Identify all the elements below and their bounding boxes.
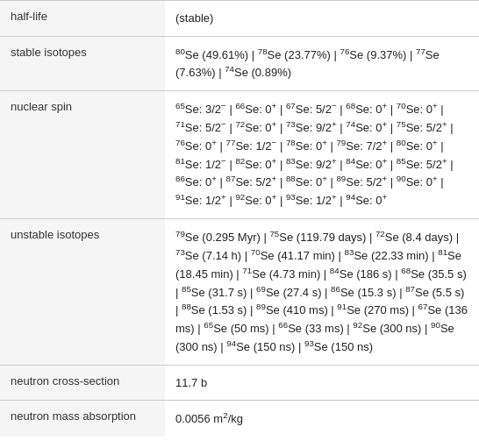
table-row: nuclear spin65Se: 3/2− | 66Se: 0+ | 67Se…	[0, 91, 479, 219]
row-label: neutron mass absorption	[0, 401, 165, 437]
row-label: neutron cross-section	[0, 365, 165, 401]
table-row: neutron mass absorption0.0056 m2/kg	[0, 401, 479, 437]
table-row: half-life(stable)	[0, 1, 479, 37]
row-value: 65Se: 3/2− | 66Se: 0+ | 67Se: 5/2− | 68S…	[165, 91, 479, 219]
row-value: 11.7 b	[165, 365, 479, 401]
row-value: 79Se (0.295 Myr) | 75Se (119.79 days) | …	[165, 219, 479, 366]
row-label: stable isotopes	[0, 36, 165, 91]
row-label: half-life	[0, 1, 165, 37]
row-value: 80Se (49.61%) | 78Se (23.77%) | 76Se (9.…	[165, 36, 479, 91]
row-label: unstable isotopes	[0, 219, 165, 366]
row-label: nuclear spin	[0, 91, 165, 219]
table-row: neutron cross-section11.7 b	[0, 365, 479, 401]
row-value: (stable)	[165, 1, 479, 37]
table-row: unstable isotopes79Se (0.295 Myr) | 75Se…	[0, 219, 479, 366]
row-value: 0.0056 m2/kg	[165, 401, 479, 437]
table-row: stable isotopes80Se (49.61%) | 78Se (23.…	[0, 36, 479, 91]
properties-table: half-life(stable)stable isotopes80Se (49…	[0, 0, 479, 437]
